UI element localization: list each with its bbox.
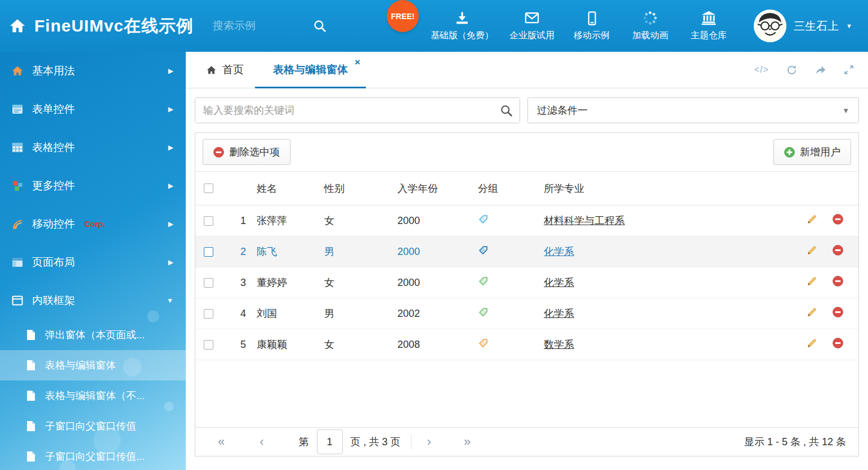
- delete-selected-button[interactable]: 删除选中项: [203, 139, 290, 165]
- filter-dropdown[interactable]: 过滤条件一 ▼: [527, 97, 859, 123]
- select-all-checkbox[interactable]: [204, 183, 213, 193]
- row-checkbox[interactable]: [204, 309, 213, 319]
- nav-item-enterprise-trial[interactable]: 企业版试用: [502, 10, 562, 42]
- avatar: [754, 10, 786, 42]
- next-page-icon[interactable]: ›: [427, 436, 431, 448]
- sidebar-item-more-controls[interactable]: 更多控件 ▶: [0, 167, 186, 205]
- sidebar-item-form-controls[interactable]: 表单控件 ▶: [0, 90, 186, 128]
- row-checkbox[interactable]: [204, 278, 213, 288]
- major-link[interactable]: 化学系: [544, 308, 574, 319]
- edit-icon[interactable]: [807, 307, 817, 317]
- corp-badge: Corp.: [84, 220, 105, 229]
- prev-page-icon[interactable]: ‹: [259, 436, 263, 448]
- refresh-icon[interactable]: [786, 64, 798, 76]
- cell-group: [478, 205, 544, 236]
- window-actions: </>: [754, 52, 868, 88]
- delete-icon[interactable]: [833, 307, 843, 317]
- sidebar-item-inline-frame[interactable]: 内联框架 ▼: [0, 281, 186, 320]
- delete-icon[interactable]: [833, 245, 843, 256]
- grid-toolbar: 删除选中项 新增用户: [195, 133, 858, 171]
- column-header-gender: 性别: [324, 172, 397, 205]
- edit-icon[interactable]: [807, 276, 817, 287]
- cell-gender: 男: [324, 298, 397, 329]
- nav-item-label: 移动示例: [574, 30, 610, 42]
- tab-grid-edit-window[interactable]: 表格与编辑窗体 ×: [255, 52, 366, 88]
- column-header-year: 入学年份: [397, 172, 478, 205]
- cell-gender: 女: [324, 329, 397, 360]
- major-link[interactable]: 化学系: [544, 277, 574, 288]
- sidebar-item-label: 移动控件: [32, 217, 75, 231]
- free-badge: FREE!: [387, 0, 419, 32]
- expand-icon[interactable]: [843, 64, 854, 75]
- nav-item-loading-animations[interactable]: 加载动画: [621, 10, 679, 42]
- app-logo[interactable]: FineUIMvc在线示例: [0, 15, 194, 38]
- last-page-icon[interactable]: »: [464, 436, 471, 448]
- row-checkbox[interactable]: [204, 247, 213, 257]
- table-row[interactable]: 1 张萍萍 女 2000 材料科学与工程系: [195, 205, 858, 236]
- close-icon[interactable]: ×: [355, 57, 360, 67]
- delete-icon[interactable]: [833, 338, 843, 348]
- table-row[interactable]: 4 刘国 男 2002 化学系: [195, 298, 858, 329]
- code-icon[interactable]: </>: [754, 65, 769, 75]
- cell-year: 2002: [397, 298, 478, 329]
- keyword-searchbox: [195, 97, 520, 123]
- sidebar-item-page-layout[interactable]: 页面布局 ▶: [0, 243, 186, 281]
- page-body: 过滤条件一 ▼ 删除选中项 新增用户: [186, 88, 868, 470]
- search-icon[interactable]: [500, 104, 513, 117]
- first-page-icon[interactable]: «: [218, 436, 225, 448]
- sidebar-item-basic-usage[interactable]: 基本用法 ▶: [0, 52, 186, 90]
- nav-item-basic-edition[interactable]: 基础版（免费）: [423, 10, 502, 42]
- delete-icon[interactable]: [833, 276, 843, 287]
- caret-down-icon: ▼: [846, 23, 852, 29]
- table-row[interactable]: 2 陈飞 男 2000 化学系: [195, 236, 858, 267]
- sidebar-subitem-grid-edit-window-2[interactable]: 表格与编辑窗体（不...: [0, 381, 186, 411]
- tab-label: 表格与编辑窗体: [273, 62, 348, 77]
- page-icon: [26, 390, 36, 401]
- major-link[interactable]: 材料科学与工程系: [544, 215, 625, 226]
- add-user-button[interactable]: 新增用户: [773, 139, 851, 165]
- sidebar-item-label: 更多控件: [32, 178, 75, 193]
- edit-icon[interactable]: [807, 214, 817, 225]
- sidebar-subitem-grid-edit-window[interactable]: 表格与编辑窗体: [0, 350, 186, 381]
- chevron-right-icon: ▶: [168, 258, 173, 266]
- edit-icon[interactable]: [807, 338, 817, 348]
- sidebar-item-grid-controls[interactable]: 表格控件 ▶: [0, 128, 186, 167]
- row-checkbox[interactable]: [204, 340, 213, 350]
- page-icon: [26, 329, 36, 341]
- nav-item-theme-store[interactable]: 主题仓库: [679, 10, 738, 42]
- page-number-input[interactable]: [317, 429, 343, 454]
- header-search: [213, 19, 326, 33]
- table-icon: [11, 141, 24, 154]
- sidebar-item-label: 表单控件: [32, 102, 75, 117]
- sidebar-subitem-child-to-parent-2[interactable]: 子窗口向父窗口传值...: [0, 441, 186, 470]
- frame-icon: [11, 294, 24, 307]
- sidebar-item-label: 表格控件: [32, 140, 75, 155]
- caret-down-icon: ▼: [842, 106, 849, 115]
- sidebar-subitem-child-to-parent[interactable]: 子窗口向父窗口传值: [0, 411, 186, 441]
- sidebar-item-mobile-controls[interactable]: 移动控件 Corp. ▶: [0, 205, 186, 243]
- delete-icon[interactable]: [833, 214, 843, 225]
- table-row[interactable]: 5 康颖颖 女 2008 数学系: [195, 329, 858, 360]
- share-icon[interactable]: [815, 64, 826, 76]
- app-title: FineUIMvc在线示例: [34, 15, 194, 38]
- sidebar-subitem-popup-window[interactable]: 弹出窗体（本页面或...: [0, 320, 186, 350]
- search-icon[interactable]: [313, 19, 326, 33]
- column-header-group: 分组: [478, 172, 544, 205]
- tab-home[interactable]: 首页: [195, 52, 255, 88]
- major-link[interactable]: 数学系: [544, 339, 574, 350]
- header-search-input[interactable]: [213, 20, 297, 32]
- row-checkbox[interactable]: [204, 216, 213, 226]
- sidebar-subitem-label: 弹出窗体（本页面或...: [45, 328, 145, 342]
- keyword-search-input[interactable]: [195, 98, 520, 123]
- user-menu[interactable]: 三生石上 ▼: [754, 10, 868, 42]
- table-row[interactable]: 3 董婷婷 女 2000 化学系: [195, 267, 858, 298]
- sidebar-subitem-label: 表格与编辑窗体（不...: [45, 389, 145, 402]
- filter-dropdown-value: 过滤条件一: [537, 104, 588, 117]
- home-icon: [206, 65, 217, 75]
- nav-item-mobile-demo[interactable]: 移动示例: [562, 11, 621, 42]
- tab-label: 首页: [222, 62, 244, 77]
- home-icon: [11, 65, 24, 77]
- major-link[interactable]: 化学系: [544, 246, 574, 257]
- nav-item-label: 企业版试用: [509, 30, 554, 42]
- edit-icon[interactable]: [807, 245, 817, 256]
